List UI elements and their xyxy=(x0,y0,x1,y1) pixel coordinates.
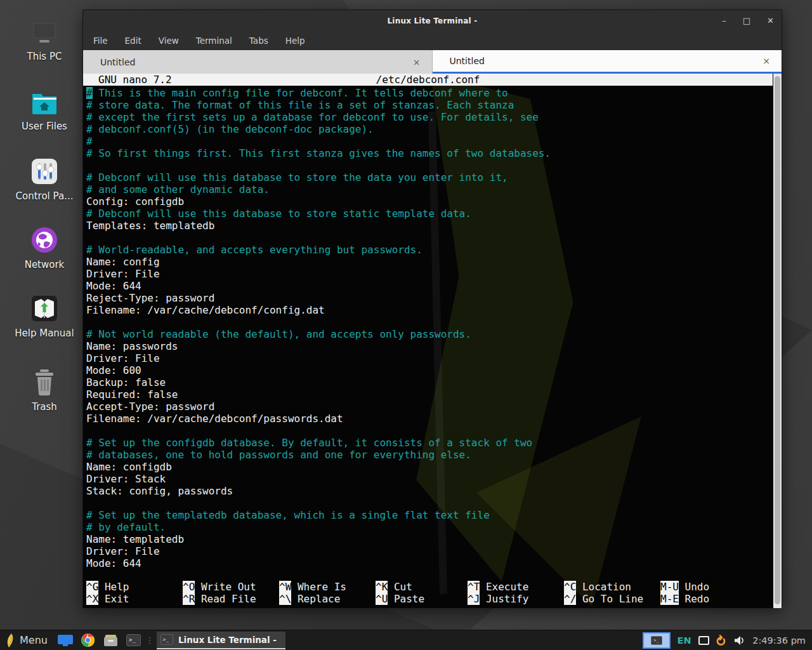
desktop-icon-label: This PC xyxy=(27,51,62,62)
nano-title-bar: GNU nano 7.2 /etc/debconf.conf xyxy=(83,74,773,86)
desktop-icon-label: Help Manual xyxy=(15,328,74,339)
menu-item-file[interactable]: File xyxy=(93,36,108,46)
menu-item-view[interactable]: View xyxy=(159,36,179,46)
chrome-browser-icon[interactable] xyxy=(80,632,96,649)
shortcut-key: ^X xyxy=(86,593,98,605)
terminal-line xyxy=(86,425,782,437)
shortcut-key: ^T xyxy=(468,581,480,593)
terminal-line: Name: passwords xyxy=(86,340,782,352)
terminal-line: Accept-Type: password xyxy=(86,401,782,413)
desktop-icon-network[interactable]: Network xyxy=(4,225,85,270)
terminal-line: Backup: false xyxy=(86,376,782,388)
keyboard-layout-indicator[interactable]: EN xyxy=(678,635,691,646)
close-button[interactable]: ✕ xyxy=(767,17,774,25)
terminal-content[interactable]: GNU nano 7.2 /etc/debconf.conf # This is… xyxy=(83,74,782,608)
terminal-line: Templates: templatedb xyxy=(86,220,782,232)
desktop-icon-help-manual[interactable]: Help Manual xyxy=(4,293,85,339)
globe-icon xyxy=(30,225,58,254)
taskbar-tray: >_ EN ⟳ 2:49:36 pm xyxy=(643,630,812,650)
shortcut-key: ^/ xyxy=(564,593,576,605)
shortcut-column: ^G Help^X Exit xyxy=(86,581,183,605)
tab-close-icon[interactable]: × xyxy=(763,56,770,66)
terminal-line xyxy=(86,497,782,509)
terminal-launcher-icon[interactable]: >_ xyxy=(126,632,142,649)
terminal-line: # by default. xyxy=(86,521,782,533)
manual-book-icon xyxy=(30,293,58,322)
terminal-line: # World-readable, and accepts everything… xyxy=(86,244,782,256)
shortcut-key: ^U xyxy=(376,593,388,605)
menu-item-tabs[interactable]: Tabs xyxy=(249,36,268,46)
window-titlebar[interactable]: Linux Lite Terminal - – □ ✕ xyxy=(83,10,782,31)
menu-item-edit[interactable]: Edit xyxy=(125,36,141,46)
terminal-line: Mode: 600 xyxy=(86,364,782,376)
terminal-task-icon: >_ xyxy=(160,634,173,645)
terminal-line: Filename: /var/cache/debconf/passwords.d… xyxy=(86,413,782,425)
svg-text:>_: >_ xyxy=(129,637,136,643)
shortcut-redo: M-E Redo xyxy=(660,593,773,605)
shortcut-cut: ^K Cut xyxy=(376,581,468,593)
shortcut-column: ^T Execute^J Justify xyxy=(468,581,564,605)
shortcut-key: M-U xyxy=(660,581,679,593)
terminal-line: Driver: Stack xyxy=(86,473,782,485)
terminal-line xyxy=(86,232,782,244)
maximize-button[interactable]: □ xyxy=(743,17,750,25)
pager-window-thumb: >_ xyxy=(651,636,662,645)
file-manager-icon[interactable] xyxy=(103,632,119,649)
desktop-icon-trash[interactable]: Trash xyxy=(4,367,85,413)
desktop-icon-user-files[interactable]: User Files xyxy=(4,86,85,132)
display-tray-icon[interactable] xyxy=(698,636,709,645)
nano-buffer[interactable]: # This is the main config file for debco… xyxy=(83,86,782,569)
svg-text:>_: >_ xyxy=(162,637,169,642)
show-desktop-icon[interactable] xyxy=(57,632,74,649)
shortcut-location: ^C Location xyxy=(564,581,660,593)
terminal-line: Stack: config, passwords xyxy=(86,485,782,497)
shortcut-execute: ^T Execute xyxy=(468,581,564,593)
scrollbar-track[interactable] xyxy=(773,74,782,608)
shortcut-column: ^C Location^/ Go To Line xyxy=(564,581,660,605)
terminal-line xyxy=(86,316,782,328)
terminal-window: Linux Lite Terminal - – □ ✕ FileEditView… xyxy=(82,10,782,608)
update-notifier-icon[interactable]: ⟳ xyxy=(715,635,728,646)
shortcut-key: ^\ xyxy=(279,593,291,605)
tab-untitled-1[interactable]: Untitled × xyxy=(83,50,433,74)
shortcut-go-to-line: ^/ Go To Line xyxy=(564,593,660,605)
clock[interactable]: 2:49:36 pm xyxy=(752,635,806,646)
menu-item-terminal[interactable]: Terminal xyxy=(196,36,232,46)
volume-icon[interactable] xyxy=(734,635,745,646)
terminal-line: Name: configdb xyxy=(86,461,782,473)
terminal-line: Reject-Type: password xyxy=(86,292,782,304)
desktop-icon-control-panel[interactable]: Control Pa... xyxy=(4,156,85,202)
nano-file-path: /etc/debconf.conf xyxy=(83,74,773,86)
tab-close-icon[interactable]: × xyxy=(413,57,421,67)
shortcut-read-file: ^R Read File xyxy=(183,593,279,605)
shortcut-key: ^C xyxy=(564,581,576,593)
task-button-label: Linux Lite Terminal - xyxy=(178,635,277,645)
shortcut-undo: M-U Undo xyxy=(660,581,773,593)
desktop-icon-label: User Files xyxy=(22,121,67,132)
tab-untitled-2[interactable]: Untitled × xyxy=(433,50,782,74)
scrollbar-thumb[interactable] xyxy=(775,76,780,604)
window-title: Linux Lite Terminal - xyxy=(83,17,782,25)
terminal-line: Required: false xyxy=(86,388,782,401)
desktop-icon-this-pc[interactable]: This PC xyxy=(4,17,85,62)
terminal-line xyxy=(86,159,782,171)
menu-item-help[interactable]: Help xyxy=(285,36,305,46)
workspace-pager[interactable]: >_ xyxy=(643,632,671,649)
terminal-line: Driver: File xyxy=(86,545,782,557)
monitor-icon xyxy=(30,17,58,46)
terminal-line: Driver: File xyxy=(86,268,782,280)
start-menu-button[interactable]: Menu xyxy=(0,630,54,650)
terminal-line: # Debconf will use this database to stor… xyxy=(86,171,782,183)
minimize-button[interactable]: – xyxy=(722,17,726,25)
terminal-line: # Set up the configdb database. By defau… xyxy=(86,437,782,449)
trash-icon xyxy=(32,367,57,396)
terminal-line: Filename: /var/cache/debconf/config.dat xyxy=(86,304,782,316)
nano-shortcut-bar: ^G Help^X Exit^O Write Out^R Read File^W… xyxy=(86,581,773,605)
shortcut-key: ^W xyxy=(279,581,291,593)
terminal-line: # databases, one to hold passwords and o… xyxy=(86,449,782,461)
panel-separator-handle[interactable] xyxy=(147,633,152,647)
desktop-icon-label: Network xyxy=(25,259,65,270)
shortcut-column: ^W Where Is^\ Replace xyxy=(279,581,376,605)
taskbar-window-button[interactable]: >_ Linux Lite Terminal - xyxy=(157,632,285,649)
terminal-line: # Set up the templatedb database, which … xyxy=(86,509,782,521)
